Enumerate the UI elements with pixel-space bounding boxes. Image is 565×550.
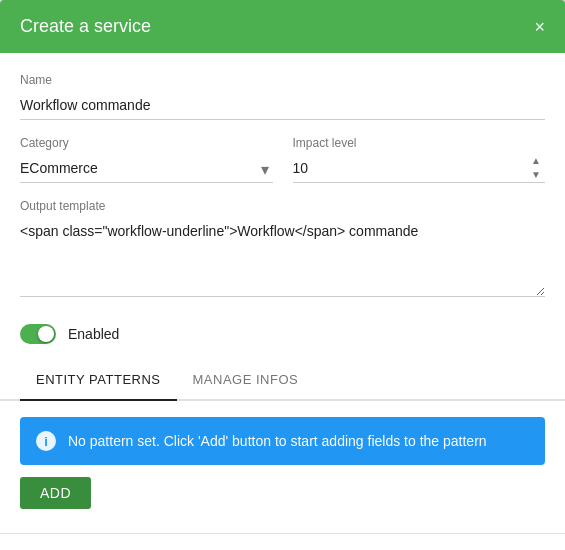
output-template-input[interactable]: <span class="workflow-underline">Workflo… [20,217,545,297]
output-template-label: Output template [20,199,545,213]
enabled-row: Enabled [20,316,545,360]
name-label: Name [20,73,545,87]
enabled-label: Enabled [68,326,119,342]
tabs: ENTITY PATTERNS MANAGE INFOS [0,360,565,401]
name-input[interactable] [20,91,545,120]
toggle-thumb [38,326,54,342]
impact-input-wrapper: ▲ ▼ [293,154,546,183]
name-field: Name [20,73,545,120]
impact-label: Impact level [293,136,546,150]
impact-input[interactable] [293,154,546,182]
info-icon: i [36,431,56,451]
toggle-track[interactable] [20,324,56,344]
category-select[interactable]: ECommerce Finance HR IT Marketing [20,154,273,183]
info-banner-text: No pattern set. Click 'Add' button to st… [68,433,487,449]
output-template-field: Output template <span class="workflow-un… [20,199,545,300]
create-service-dialog: Create a service × Name Category ECommer… [0,0,565,550]
category-label: Category [20,136,273,150]
tab-content: i No pattern set. Click 'Add' button to … [20,401,545,525]
enabled-toggle[interactable] [20,324,56,344]
add-button[interactable]: ADD [20,477,91,509]
tab-manage-infos[interactable]: MANAGE INFOS [177,360,315,401]
dialog-title: Create a service [20,16,151,37]
impact-down-button[interactable]: ▼ [527,168,545,182]
impact-spinners: ▲ ▼ [527,154,545,182]
dialog-body: Name Category ECommerce Finance HR IT Ma… [0,53,565,525]
tab-entity-patterns[interactable]: ENTITY PATTERNS [20,360,177,401]
info-banner: i No pattern set. Click 'Add' button to … [20,417,545,465]
category-impact-row: Category ECommerce Finance HR IT Marketi… [20,136,545,183]
impact-col: Impact level ▲ ▼ [293,136,546,183]
category-col: Category ECommerce Finance HR IT Marketi… [20,136,273,183]
category-select-wrapper: ECommerce Finance HR IT Marketing ▾ [20,154,273,183]
close-button[interactable]: × [534,18,545,36]
dialog-header: Create a service × [0,0,565,53]
impact-up-button[interactable]: ▲ [527,154,545,168]
dialog-footer: CANCEL SUBMIT [0,533,565,550]
